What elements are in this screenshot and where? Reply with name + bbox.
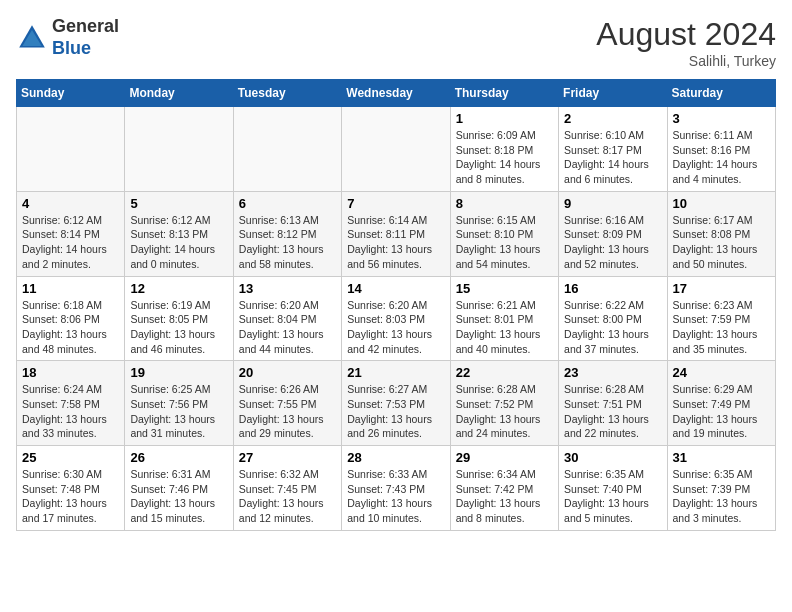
- calendar-week-row: 4Sunrise: 6:12 AM Sunset: 8:14 PM Daylig…: [17, 191, 776, 276]
- day-info: Sunrise: 6:32 AM Sunset: 7:45 PM Dayligh…: [239, 467, 336, 526]
- location: Salihli, Turkey: [596, 53, 776, 69]
- month-year: August 2024: [596, 16, 776, 53]
- day-number: 19: [130, 365, 227, 380]
- day-number: 11: [22, 281, 119, 296]
- day-info: Sunrise: 6:24 AM Sunset: 7:58 PM Dayligh…: [22, 382, 119, 441]
- calendar-cell: 29Sunrise: 6:34 AM Sunset: 7:42 PM Dayli…: [450, 446, 558, 531]
- day-info: Sunrise: 6:17 AM Sunset: 8:08 PM Dayligh…: [673, 213, 770, 272]
- day-number: 10: [673, 196, 770, 211]
- day-number: 13: [239, 281, 336, 296]
- calendar-cell: 1Sunrise: 6:09 AM Sunset: 8:18 PM Daylig…: [450, 107, 558, 192]
- day-number: 1: [456, 111, 553, 126]
- day-info: Sunrise: 6:29 AM Sunset: 7:49 PM Dayligh…: [673, 382, 770, 441]
- day-number: 9: [564, 196, 661, 211]
- day-info: Sunrise: 6:15 AM Sunset: 8:10 PM Dayligh…: [456, 213, 553, 272]
- calendar-table: SundayMondayTuesdayWednesdayThursdayFrid…: [16, 79, 776, 531]
- day-info: Sunrise: 6:09 AM Sunset: 8:18 PM Dayligh…: [456, 128, 553, 187]
- day-info: Sunrise: 6:30 AM Sunset: 7:48 PM Dayligh…: [22, 467, 119, 526]
- calendar-cell: 3Sunrise: 6:11 AM Sunset: 8:16 PM Daylig…: [667, 107, 775, 192]
- day-info: Sunrise: 6:35 AM Sunset: 7:40 PM Dayligh…: [564, 467, 661, 526]
- weekday-header-row: SundayMondayTuesdayWednesdayThursdayFrid…: [17, 80, 776, 107]
- day-number: 3: [673, 111, 770, 126]
- day-number: 27: [239, 450, 336, 465]
- day-number: 29: [456, 450, 553, 465]
- calendar-cell: 7Sunrise: 6:14 AM Sunset: 8:11 PM Daylig…: [342, 191, 450, 276]
- calendar-cell: 30Sunrise: 6:35 AM Sunset: 7:40 PM Dayli…: [559, 446, 667, 531]
- calendar-cell: 8Sunrise: 6:15 AM Sunset: 8:10 PM Daylig…: [450, 191, 558, 276]
- day-info: Sunrise: 6:19 AM Sunset: 8:05 PM Dayligh…: [130, 298, 227, 357]
- day-info: Sunrise: 6:21 AM Sunset: 8:01 PM Dayligh…: [456, 298, 553, 357]
- day-number: 4: [22, 196, 119, 211]
- calendar-cell: 5Sunrise: 6:12 AM Sunset: 8:13 PM Daylig…: [125, 191, 233, 276]
- day-info: Sunrise: 6:13 AM Sunset: 8:12 PM Dayligh…: [239, 213, 336, 272]
- day-number: 23: [564, 365, 661, 380]
- calendar-cell: 15Sunrise: 6:21 AM Sunset: 8:01 PM Dayli…: [450, 276, 558, 361]
- day-number: 28: [347, 450, 444, 465]
- calendar-cell: 22Sunrise: 6:28 AM Sunset: 7:52 PM Dayli…: [450, 361, 558, 446]
- day-info: Sunrise: 6:12 AM Sunset: 8:13 PM Dayligh…: [130, 213, 227, 272]
- logo-icon: [16, 22, 48, 54]
- calendar-cell: 23Sunrise: 6:28 AM Sunset: 7:51 PM Dayli…: [559, 361, 667, 446]
- weekday-header: Thursday: [450, 80, 558, 107]
- day-number: 2: [564, 111, 661, 126]
- day-info: Sunrise: 6:23 AM Sunset: 7:59 PM Dayligh…: [673, 298, 770, 357]
- day-number: 17: [673, 281, 770, 296]
- calendar-cell: [342, 107, 450, 192]
- weekday-header: Sunday: [17, 80, 125, 107]
- day-number: 25: [22, 450, 119, 465]
- calendar-cell: 4Sunrise: 6:12 AM Sunset: 8:14 PM Daylig…: [17, 191, 125, 276]
- day-info: Sunrise: 6:27 AM Sunset: 7:53 PM Dayligh…: [347, 382, 444, 441]
- logo: General Blue: [16, 16, 119, 59]
- day-number: 31: [673, 450, 770, 465]
- weekday-header: Wednesday: [342, 80, 450, 107]
- calendar-cell: 6Sunrise: 6:13 AM Sunset: 8:12 PM Daylig…: [233, 191, 341, 276]
- weekday-header: Saturday: [667, 80, 775, 107]
- day-info: Sunrise: 6:12 AM Sunset: 8:14 PM Dayligh…: [22, 213, 119, 272]
- day-info: Sunrise: 6:10 AM Sunset: 8:17 PM Dayligh…: [564, 128, 661, 187]
- day-number: 26: [130, 450, 227, 465]
- calendar-cell: 31Sunrise: 6:35 AM Sunset: 7:39 PM Dayli…: [667, 446, 775, 531]
- calendar-cell: 11Sunrise: 6:18 AM Sunset: 8:06 PM Dayli…: [17, 276, 125, 361]
- day-number: 12: [130, 281, 227, 296]
- calendar-cell: 26Sunrise: 6:31 AM Sunset: 7:46 PM Dayli…: [125, 446, 233, 531]
- day-info: Sunrise: 6:33 AM Sunset: 7:43 PM Dayligh…: [347, 467, 444, 526]
- calendar-cell: [125, 107, 233, 192]
- day-number: 20: [239, 365, 336, 380]
- calendar-cell: 24Sunrise: 6:29 AM Sunset: 7:49 PM Dayli…: [667, 361, 775, 446]
- day-number: 21: [347, 365, 444, 380]
- calendar-cell: 9Sunrise: 6:16 AM Sunset: 8:09 PM Daylig…: [559, 191, 667, 276]
- day-number: 6: [239, 196, 336, 211]
- weekday-header: Monday: [125, 80, 233, 107]
- day-info: Sunrise: 6:26 AM Sunset: 7:55 PM Dayligh…: [239, 382, 336, 441]
- calendar-cell: [233, 107, 341, 192]
- day-info: Sunrise: 6:11 AM Sunset: 8:16 PM Dayligh…: [673, 128, 770, 187]
- calendar-cell: 13Sunrise: 6:20 AM Sunset: 8:04 PM Dayli…: [233, 276, 341, 361]
- day-info: Sunrise: 6:18 AM Sunset: 8:06 PM Dayligh…: [22, 298, 119, 357]
- day-number: 15: [456, 281, 553, 296]
- page-header: General Blue August 2024 Salihli, Turkey: [16, 16, 776, 69]
- calendar-cell: 21Sunrise: 6:27 AM Sunset: 7:53 PM Dayli…: [342, 361, 450, 446]
- day-info: Sunrise: 6:34 AM Sunset: 7:42 PM Dayligh…: [456, 467, 553, 526]
- day-number: 18: [22, 365, 119, 380]
- calendar-cell: 20Sunrise: 6:26 AM Sunset: 7:55 PM Dayli…: [233, 361, 341, 446]
- logo-text: General Blue: [52, 16, 119, 59]
- day-number: 14: [347, 281, 444, 296]
- day-number: 8: [456, 196, 553, 211]
- weekday-header: Tuesday: [233, 80, 341, 107]
- day-info: Sunrise: 6:16 AM Sunset: 8:09 PM Dayligh…: [564, 213, 661, 272]
- day-number: 7: [347, 196, 444, 211]
- day-info: Sunrise: 6:14 AM Sunset: 8:11 PM Dayligh…: [347, 213, 444, 272]
- calendar-cell: 2Sunrise: 6:10 AM Sunset: 8:17 PM Daylig…: [559, 107, 667, 192]
- day-info: Sunrise: 6:20 AM Sunset: 8:03 PM Dayligh…: [347, 298, 444, 357]
- calendar-cell: 19Sunrise: 6:25 AM Sunset: 7:56 PM Dayli…: [125, 361, 233, 446]
- day-info: Sunrise: 6:20 AM Sunset: 8:04 PM Dayligh…: [239, 298, 336, 357]
- calendar-cell: 14Sunrise: 6:20 AM Sunset: 8:03 PM Dayli…: [342, 276, 450, 361]
- weekday-header: Friday: [559, 80, 667, 107]
- calendar-cell: 27Sunrise: 6:32 AM Sunset: 7:45 PM Dayli…: [233, 446, 341, 531]
- calendar-cell: 18Sunrise: 6:24 AM Sunset: 7:58 PM Dayli…: [17, 361, 125, 446]
- day-number: 5: [130, 196, 227, 211]
- calendar-week-row: 1Sunrise: 6:09 AM Sunset: 8:18 PM Daylig…: [17, 107, 776, 192]
- day-info: Sunrise: 6:28 AM Sunset: 7:52 PM Dayligh…: [456, 382, 553, 441]
- calendar-cell: 16Sunrise: 6:22 AM Sunset: 8:00 PM Dayli…: [559, 276, 667, 361]
- calendar-cell: 17Sunrise: 6:23 AM Sunset: 7:59 PM Dayli…: [667, 276, 775, 361]
